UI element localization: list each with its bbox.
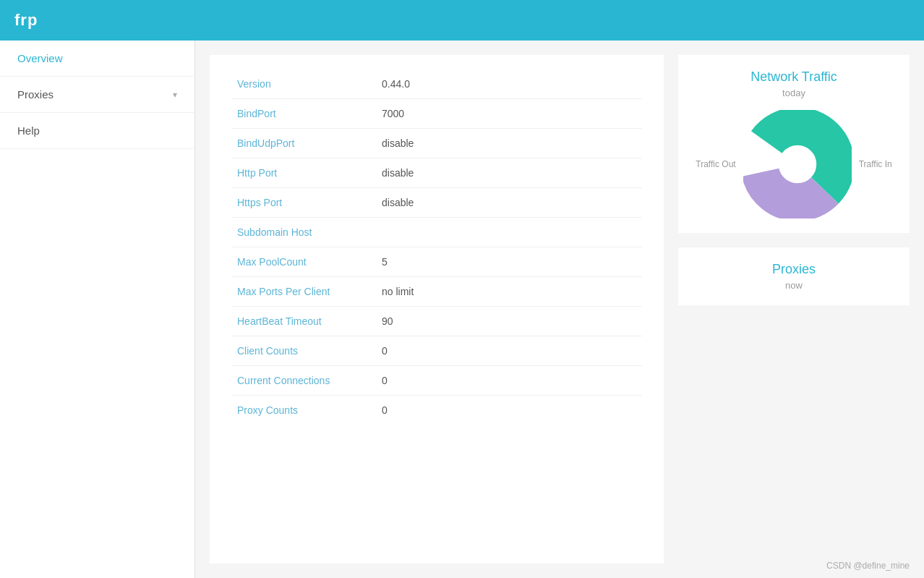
- table-row: Http Portdisable: [231, 158, 642, 188]
- info-value: [376, 218, 642, 247]
- info-value: 0.44.0: [376, 69, 642, 99]
- sidebar-item-label: Overview: [17, 52, 63, 64]
- sidebar-item-help[interactable]: Help: [0, 113, 194, 149]
- traffic-card: Network Traffic today Traffic Out Traffi…: [678, 55, 910, 233]
- table-row: Version0.44.0: [231, 69, 642, 99]
- info-key: HeartBeat Timeout: [231, 307, 376, 336]
- info-value: 90: [376, 307, 642, 336]
- info-value: disable: [376, 129, 642, 158]
- info-key: BindPort: [231, 99, 376, 129]
- proxies-title: Proxies: [693, 262, 895, 277]
- legend-in: Traffic In: [859, 159, 892, 169]
- info-table: Version0.44.0BindPort7000BindUdpPortdisa…: [231, 69, 642, 425]
- proxies-subtitle: now: [693, 280, 895, 291]
- sidebar-item-label: Help: [17, 124, 40, 137]
- footer-note: CSDN @define_mine: [826, 561, 910, 571]
- info-key: Client Counts: [231, 336, 376, 366]
- main-content: Version0.44.0BindPort7000BindUdpPortdisa…: [195, 41, 924, 578]
- table-row: Client Counts0: [231, 336, 642, 366]
- info-value: 7000: [376, 99, 642, 129]
- info-key: BindUdpPort: [231, 129, 376, 158]
- chevron-down-icon: ▾: [173, 90, 177, 100]
- info-key: Max PoolCount: [231, 247, 376, 277]
- table-row: Current Connections0: [231, 366, 642, 396]
- table-row: BindPort7000: [231, 99, 642, 129]
- info-value: no limit: [376, 277, 642, 307]
- info-key: Http Port: [231, 158, 376, 188]
- table-row: BindUdpPortdisable: [231, 129, 642, 158]
- info-key: Version: [231, 69, 376, 99]
- sidebar-item-label: Proxies: [17, 88, 54, 101]
- topbar: frp: [0, 0, 924, 41]
- info-value: 0: [376, 366, 642, 396]
- sidebar: OverviewProxies▾Help: [0, 41, 195, 578]
- traffic-subtitle: today: [693, 88, 895, 98]
- table-row: Max PoolCount5: [231, 247, 642, 277]
- right-panel: Network Traffic today Traffic Out Traffi…: [678, 55, 910, 564]
- info-key: Current Connections: [231, 366, 376, 396]
- info-value: 0: [376, 336, 642, 366]
- info-key: Subdomain Host: [231, 218, 376, 247]
- sidebar-item-proxies[interactable]: Proxies▾: [0, 77, 194, 113]
- legend-out: Traffic Out: [696, 159, 735, 169]
- info-value: 0: [376, 396, 642, 425]
- info-panel: Version0.44.0BindPort7000BindUdpPortdisa…: [210, 55, 664, 564]
- sidebar-item-overview[interactable]: Overview: [0, 41, 194, 77]
- pie-container: Traffic Out Traffic In: [693, 110, 895, 218]
- table-row: Https Portdisable: [231, 188, 642, 218]
- table-row: Max Ports Per Clientno limit: [231, 277, 642, 307]
- traffic-title: Network Traffic: [693, 69, 895, 85]
- info-key: Max Ports Per Client: [231, 277, 376, 307]
- traffic-pie-chart: [743, 110, 852, 218]
- table-row: Proxy Counts0: [231, 396, 642, 425]
- table-row: Subdomain Host: [231, 218, 642, 247]
- main-layout: OverviewProxies▾Help Version0.44.0BindPo…: [0, 41, 924, 578]
- info-value: 5: [376, 247, 642, 277]
- info-value: disable: [376, 158, 642, 188]
- brand-logo: frp: [14, 11, 38, 30]
- proxies-card: Proxies now: [678, 247, 910, 305]
- info-value: disable: [376, 188, 642, 218]
- info-key: Proxy Counts: [231, 396, 376, 425]
- info-key: Https Port: [231, 188, 376, 218]
- table-row: HeartBeat Timeout90: [231, 307, 642, 336]
